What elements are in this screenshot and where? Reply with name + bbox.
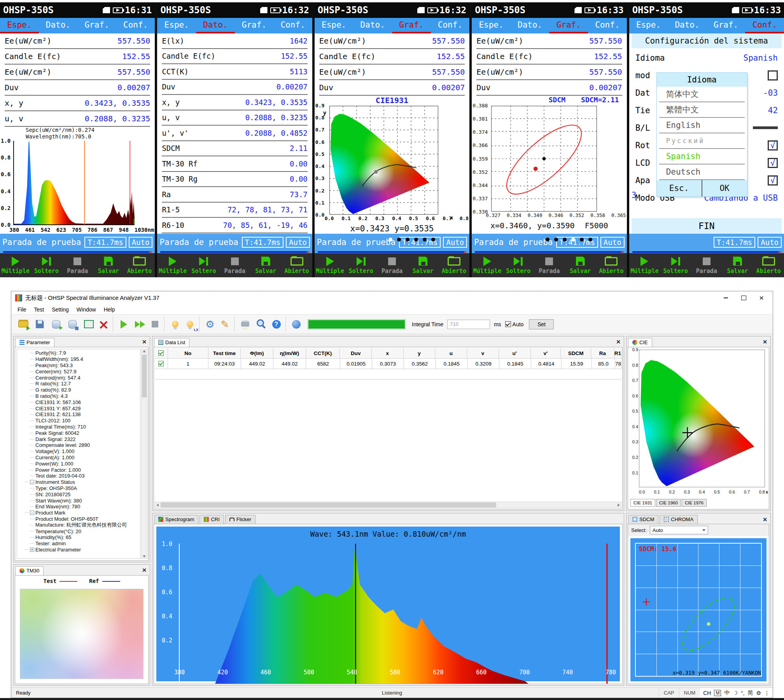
print-button[interactable]: [237, 317, 253, 332]
close-panel-icon[interactable]: ✕: [142, 567, 147, 573]
language-option[interactable]: English: [659, 118, 745, 133]
parameter-tree-item[interactable]: Test date: 2019-04-03: [17, 473, 140, 479]
column-header[interactable]: x: [372, 348, 404, 358]
parameter-tree-item[interactable]: Current(A): 1.000: [17, 455, 140, 461]
sdcm-tab[interactable]: CHROMA: [660, 515, 698, 524]
integral-time-input[interactable]: [447, 320, 490, 329]
parameter-tree-item[interactable]: Compensate level: 2890: [17, 442, 140, 448]
parameter-tree-item[interactable]: Integral Time(ms): 710: [17, 424, 140, 430]
esc-button[interactable]: Esc.: [657, 180, 702, 196]
device-toolbar-button[interactable]: Soltero: [660, 253, 691, 277]
page-dot[interactable]: [414, 238, 418, 242]
language-option[interactable]: 繁體中文: [659, 102, 745, 118]
parameter-tree-item[interactable]: Type: OHSP-350A: [17, 485, 140, 492]
auto-mode-box[interactable]: Auto: [758, 237, 782, 248]
parameter-tab[interactable]: Parameter: [15, 338, 54, 347]
spectro-tab[interactable]: CRI: [200, 515, 224, 524]
page-dot[interactable]: [397, 238, 401, 242]
parameter-tree-item[interactable]: Tester: admin: [17, 541, 140, 547]
device-toolbar-button[interactable]: Salvar: [408, 253, 439, 277]
open-button[interactable]: [15, 317, 32, 332]
parameter-tree-item[interactable]: G ratio(%): 82.9: [17, 387, 140, 393]
device-tab[interactable]: Dato.: [511, 18, 550, 33]
cie-space-tab[interactable]: CIE 1976: [682, 499, 707, 507]
db-export-button[interactable]: [48, 317, 64, 332]
device-toolbar-button[interactable]: Parada: [219, 253, 250, 277]
device-tab[interactable]: Graf.: [707, 18, 746, 33]
device-toolbar-button[interactable]: Abierto: [596, 253, 627, 277]
parameter-tree-item[interactable]: Peak(nm): 543.3: [17, 362, 140, 369]
fin-button[interactable]: FIN: [632, 218, 782, 234]
column-header[interactable]: CCT(K): [306, 348, 340, 358]
language-option[interactable]: Spanish: [659, 149, 745, 164]
device-toolbar-button[interactable]: Salvar: [565, 253, 596, 277]
menu-item[interactable]: Window: [73, 306, 100, 313]
auto-mode-box[interactable]: Auto: [129, 237, 153, 248]
close-panel-icon[interactable]: ✕: [763, 339, 767, 345]
settings-button[interactable]: [202, 317, 218, 332]
column-header[interactable]: Test time: [208, 348, 241, 358]
parameter-tree-item[interactable]: Voltage(V): 1.000: [17, 448, 140, 455]
page-dot[interactable]: [431, 238, 435, 242]
parameter-tree-item[interactable]: End Wave(nm): 780: [17, 504, 140, 510]
parameter-tree-item[interactable]: Product Model: OHSP-650T: [17, 516, 140, 522]
edit-button[interactable]: [218, 317, 234, 332]
parameter-tree-item[interactable]: Temperature(°C): 20: [17, 528, 140, 534]
device-toolbar-button[interactable]: Múltiple: [629, 253, 660, 277]
device-tab[interactable]: Graf.: [549, 18, 588, 33]
close-panel-icon[interactable]: ✕: [763, 516, 767, 523]
parameter-tree-item[interactable]: Dark Signal: 2322: [17, 436, 140, 442]
auto-mode-box[interactable]: Auto: [286, 237, 310, 248]
set-button[interactable]: Set: [529, 319, 554, 329]
parameter-tree-item[interactable]: Power Factor: 1.000: [17, 467, 140, 473]
parameter-tree-item[interactable]: CIE1931 X: 567.106: [17, 399, 140, 405]
menu-item[interactable]: File: [14, 306, 30, 313]
device-toolbar-button[interactable]: Parada: [376, 253, 408, 277]
device-toolbar-button[interactable]: Salvar: [722, 253, 753, 277]
select-all-checkbox[interactable]: [158, 350, 164, 356]
parameter-tree-item[interactable]: Power(W): 1.000: [17, 460, 140, 467]
page-dot[interactable]: [563, 238, 567, 242]
tm30-tab[interactable]: TM30: [15, 566, 44, 575]
row-checkbox[interactable]: [158, 361, 164, 366]
device-tab[interactable]: Espe.: [0, 18, 39, 33]
spectro-tab[interactable]: Flicker: [225, 515, 256, 524]
data-list-tab[interactable]: Data List: [154, 338, 189, 347]
device-tab[interactable]: Espe.: [472, 18, 511, 33]
zoom-button[interactable]: [253, 317, 270, 332]
device-toolbar-button[interactable]: Salvar: [93, 253, 124, 277]
device-toolbar-button[interactable]: Múltiple: [157, 253, 188, 277]
parameter-tree-item[interactable]: R ratio(%): 12.7: [17, 381, 140, 387]
device-toolbar-button[interactable]: Soltero: [503, 253, 534, 277]
device-toolbar-button[interactable]: Abierto: [281, 253, 312, 277]
device-tab[interactable]: Graf.: [77, 18, 116, 33]
column-header[interactable]: Duv: [340, 348, 372, 358]
device-tab[interactable]: Dato.: [196, 18, 235, 33]
device-tab[interactable]: Espe.: [157, 18, 196, 33]
row-select-cell[interactable]: [155, 359, 168, 369]
multi-test-button[interactable]: [132, 317, 148, 332]
parameter-tree-item[interactable]: Purity(%): 7.9: [17, 350, 140, 356]
language-option[interactable]: 简体中文: [659, 87, 745, 102]
parameter-tree-item[interactable]: Humidity(%): 65: [17, 534, 140, 541]
cie-space-tab[interactable]: CIE 1960: [656, 499, 681, 507]
close-panel-icon[interactable]: ✕: [616, 339, 621, 345]
device-toolbar-button[interactable]: Salvar: [250, 253, 281, 277]
ok-button[interactable]: OK: [702, 180, 747, 196]
page-dot[interactable]: [546, 238, 550, 242]
device-tab[interactable]: Conf.: [273, 18, 312, 33]
device-toolbar-button[interactable]: Múltiple: [0, 253, 31, 277]
auto-checkbox[interactable]: [505, 321, 511, 327]
device-toolbar-button[interactable]: Abierto: [439, 253, 470, 277]
parameter-tree-item[interactable]: Peak Signal: 60042: [17, 430, 140, 436]
device-tab[interactable]: Conf.: [116, 18, 155, 33]
parameter-tree-item[interactable]: + Electrical Parameter: [17, 547, 140, 553]
device-toolbar-button[interactable]: Soltero: [31, 253, 62, 277]
parameter-tree-item[interactable]: Start Wave(nm): 380: [17, 497, 140, 504]
lux-mode-button[interactable]: [183, 317, 200, 332]
device-tab[interactable]: Espe.: [629, 18, 668, 33]
parameter-tree-item[interactable]: SN: 201808725: [17, 491, 140, 497]
export-table-button[interactable]: [80, 317, 97, 332]
db-save-button[interactable]: [64, 317, 80, 332]
column-header[interactable]: No: [168, 348, 208, 358]
